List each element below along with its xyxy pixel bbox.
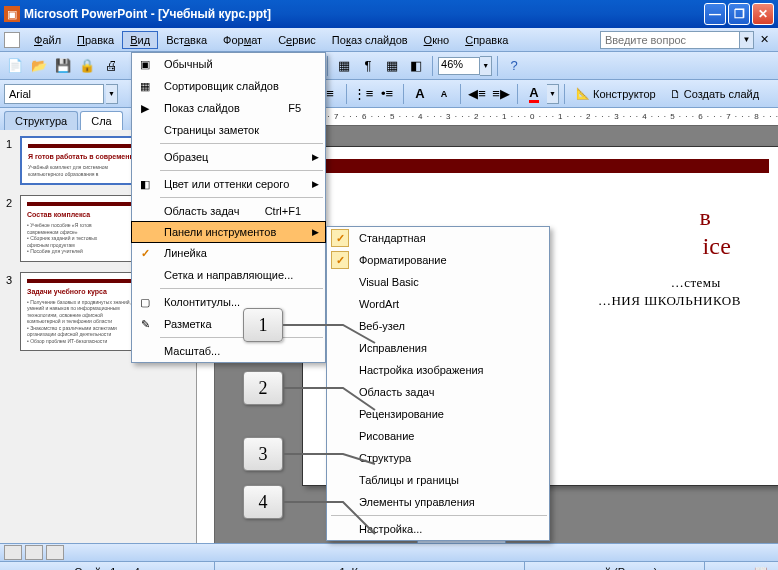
increase-font-button[interactable]: A: [409, 83, 431, 105]
save-button[interactable]: 💾: [52, 55, 74, 77]
decrease-font-button[interactable]: A: [433, 83, 455, 105]
menu-normal-view[interactable]: ▣Обычный: [132, 53, 325, 75]
print-button[interactable]: 🖨: [100, 55, 122, 77]
color-grayscale-button[interactable]: ◧: [405, 55, 427, 77]
permission-button[interactable]: 🔒: [76, 55, 98, 77]
callout-3: 3: [243, 437, 283, 471]
show-grid-button[interactable]: ▦: [381, 55, 403, 77]
callout-4: 4: [243, 485, 283, 519]
toolbar-standard: 📄 📂 💾 🔒 🖨 🔗 ▦ 📊 ▦ ¶ ▦ ◧ 46% ▼ ?: [0, 52, 778, 80]
submenu-visual-basic[interactable]: Visual Basic: [327, 271, 549, 293]
font-color-dropdown-icon[interactable]: ▼: [547, 84, 559, 104]
slideshow-view-button[interactable]: [46, 545, 64, 560]
menu-tools[interactable]: Сервис: [270, 31, 324, 49]
menu-edit[interactable]: Правка: [69, 31, 122, 49]
menu-ruler[interactable]: ✓Линейка: [132, 242, 325, 264]
status-slide-number: Слайд 1 из 4: [0, 562, 215, 570]
menu-format[interactable]: Формат: [215, 31, 270, 49]
submenu-formatting[interactable]: ✓Форматирование: [327, 249, 549, 271]
maximize-button[interactable]: ❐: [728, 3, 750, 25]
callout-2: 2: [243, 371, 283, 405]
font-select[interactable]: Arial: [4, 84, 104, 104]
design-button[interactable]: 📐Конструктор: [570, 85, 662, 102]
help-dropdown-icon[interactable]: ▼: [740, 31, 754, 49]
submenu-standard[interactable]: ✓Стандартная: [327, 227, 549, 249]
menu-view[interactable]: Вид: [122, 31, 158, 49]
document-icon[interactable]: [4, 32, 20, 48]
show-formatting-button[interactable]: ¶: [357, 55, 379, 77]
open-button[interactable]: 📂: [28, 55, 50, 77]
decrease-indent-button[interactable]: ◀≡: [466, 83, 488, 105]
title-text: Microsoft PowerPoint - [Учебный курс.ppt…: [24, 7, 702, 21]
menu-slideshow[interactable]: Показ слайдов: [324, 31, 416, 49]
help-search-input[interactable]: [600, 31, 740, 49]
menu-toolbars[interactable]: Панели инструментов▶: [131, 221, 326, 243]
close-button[interactable]: ✕: [752, 3, 774, 25]
sorter-view-button[interactable]: [25, 545, 43, 560]
increase-indent-button[interactable]: ≡▶: [490, 83, 512, 105]
slide-decoration: [315, 159, 769, 173]
status-spellcheck-icon[interactable]: 📖: [744, 565, 778, 570]
menu-window[interactable]: Окно: [416, 31, 458, 49]
menu-slideshow[interactable]: ▶Показ слайдовF5: [132, 97, 325, 119]
menu-grid-guides[interactable]: Сетка и направляющие...: [132, 264, 325, 286]
help-button[interactable]: ?: [503, 55, 525, 77]
view-menu-dropdown: ▣Обычный ▦Сортировщик слайдов ▶Показ сла…: [131, 52, 326, 363]
font-color-button[interactable]: A: [523, 83, 545, 105]
thumb-number: 1: [6, 136, 20, 185]
font-dropdown-icon[interactable]: ▼: [106, 84, 118, 104]
numbered-list-button[interactable]: ⋮≡: [352, 83, 374, 105]
thumb-number: 2: [6, 195, 20, 262]
menu-help[interactable]: Справка: [457, 31, 516, 49]
normal-view-button[interactable]: [4, 545, 22, 560]
new-button[interactable]: 📄: [4, 55, 26, 77]
submenu-wordart[interactable]: WordArt: [327, 293, 549, 315]
new-slide-button[interactable]: 🗋Создать слайд: [664, 86, 765, 102]
titlebar: ▣ Microsoft PowerPoint - [Учебный курс.p…: [0, 0, 778, 28]
callout-1: 1: [243, 308, 283, 342]
menu-notes-page[interactable]: Страницы заметок: [132, 119, 325, 141]
zoom-dropdown-icon[interactable]: ▼: [480, 56, 492, 76]
menu-task-pane[interactable]: Область задачCtrl+F1: [132, 200, 325, 222]
menu-insert[interactable]: Вставка: [158, 31, 215, 49]
menu-slide-sorter[interactable]: ▦Сортировщик слайдов: [132, 75, 325, 97]
menu-header-footer[interactable]: ▢Колонтитулы...: [132, 291, 325, 313]
menu-file[interactable]: Файл: [26, 31, 69, 49]
menu-grayscale[interactable]: ◧Цвет или оттенки серого▶: [132, 173, 325, 195]
bulleted-list-button[interactable]: •≡: [376, 83, 398, 105]
menu-master[interactable]: Образец▶: [132, 146, 325, 168]
toolbar-formatting: Arial ▼ ≡ ≡ ≡ ⋮≡ •≡ A A ◀≡ ≡▶ A ▼ 📐Конст…: [0, 80, 778, 108]
minimize-button[interactable]: —: [704, 3, 726, 25]
tab-slides[interactable]: Сла: [80, 111, 122, 130]
thumb-number: 3: [6, 272, 20, 352]
menubar: Файл Правка Вид Вставка Формат Сервис По…: [0, 28, 778, 52]
zoom-input[interactable]: 46%: [438, 57, 480, 75]
tables-borders-button[interactable]: ▦: [333, 55, 355, 77]
app-icon: ▣: [4, 6, 20, 22]
tab-outline[interactable]: Структура: [4, 111, 78, 130]
window-close-x[interactable]: ✕: [760, 33, 774, 46]
